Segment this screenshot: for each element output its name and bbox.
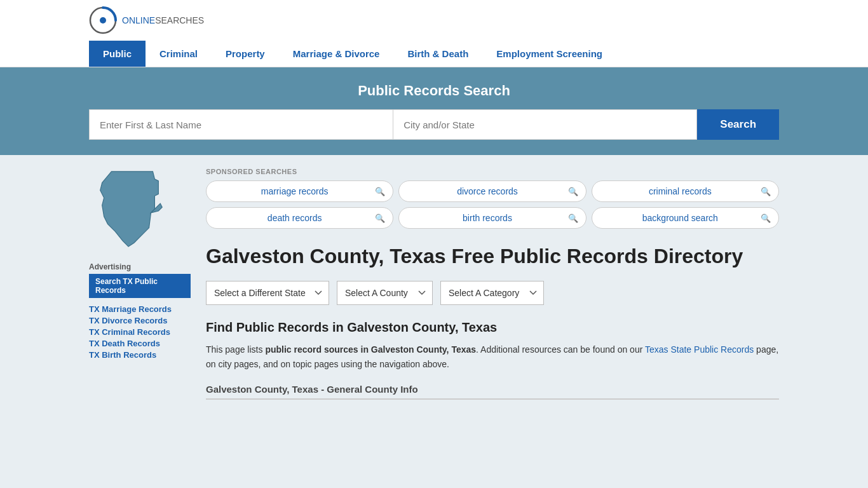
search-icon-divorce: 🔍 [568,187,578,196]
sponsored-item-birth[interactable]: birth records 🔍 [398,207,586,229]
advertising-label: Advertising [89,262,191,271]
search-icon-death: 🔍 [375,214,385,223]
logo-searches: SEARCHES [155,15,204,25]
sponsored-item-divorce[interactable]: divorce records 🔍 [398,180,586,202]
county-info-header: Galveston County, Texas - General County… [206,384,779,400]
sponsored-item-criminal[interactable]: criminal records 🔍 [592,180,779,202]
texas-map-icon [89,168,172,250]
nav-marriage-divorce[interactable]: Marriage & Divorce [279,41,394,67]
main-content: Advertising Search TX Public Records TX … [0,168,868,400]
logo-icon [89,6,117,34]
sponsored-item-marriage[interactable]: marriage records 🔍 [206,180,393,202]
name-input[interactable] [89,109,393,140]
find-description: This page lists public record sources in… [206,342,779,371]
sponsored-grid: marriage records 🔍 divorce records 🔍 cri… [206,180,779,229]
sidebar-link-birth[interactable]: TX Birth Records [89,350,191,360]
find-desc-after: . Additional resources can be found on o… [476,344,645,355]
nav-public[interactable]: Public [89,41,146,67]
content-area: SPONSORED SEARCHES marriage records 🔍 di… [206,168,779,400]
search-banner-title: Public Records Search [89,83,779,99]
search-icon-background: 🔍 [761,214,771,223]
sponsored-item-death[interactable]: death records 🔍 [206,207,393,229]
sponsored-criminal-text: criminal records [600,186,761,196]
search-form: Search [89,109,779,140]
search-icon-marriage: 🔍 [375,187,385,196]
nav-birth-death[interactable]: Birth & Death [393,41,482,67]
logo-text: ONLINESEARCHES [122,15,204,25]
logo-online: ONLINE [122,15,155,25]
sidebar-link-divorce[interactable]: TX Divorce Records [89,316,191,325]
header: ONLINESEARCHES [0,0,868,41]
search-icon-criminal: 🔍 [761,187,771,196]
sponsored-item-background[interactable]: background search 🔍 [592,207,779,229]
sponsored-birth-text: birth records [407,213,567,223]
logo[interactable]: ONLINESEARCHES [89,6,204,34]
sidebar-ad-button[interactable]: Search TX Public Records [89,274,191,298]
sponsored-marriage-text: marriage records [214,186,375,196]
main-nav: Public Criminal Property Marriage & Divo… [0,41,868,67]
sponsored-label: SPONSORED SEARCHES [206,168,779,175]
find-desc-plain: This page lists [206,344,265,355]
find-link[interactable]: Texas State Public Records [645,344,754,355]
nav-property[interactable]: Property [212,41,279,67]
sponsored-divorce-text: divorce records [407,186,567,196]
location-input[interactable] [393,109,697,140]
page-title: Galveston County, Texas Free Public Reco… [206,244,779,268]
find-title: Find Public Records in Galveston County,… [206,320,779,335]
tx-map [89,168,191,252]
dropdown-row: Select a Different State Select A County… [206,281,779,305]
county-dropdown[interactable]: Select A County [337,281,433,305]
category-dropdown[interactable]: Select A Category [440,281,544,305]
nav-employment[interactable]: Employment Screening [482,41,616,67]
sidebar-link-marriage[interactable]: TX Marriage Records [89,304,191,314]
search-button[interactable]: Search [697,109,779,140]
sidebar-link-death[interactable]: TX Death Records [89,339,191,348]
sponsored-death-text: death records [214,213,375,223]
sidebar: Advertising Search TX Public Records TX … [89,168,191,400]
state-dropdown[interactable]: Select a Different State [206,281,329,305]
sponsored-background-text: background search [600,213,761,223]
svg-point-1 [100,17,106,24]
sidebar-link-criminal[interactable]: TX Criminal Records [89,327,191,337]
nav-criminal[interactable]: Criminal [146,41,212,67]
find-desc-bold: public record sources in Galveston Count… [265,344,476,355]
search-icon-birth: 🔍 [568,214,578,223]
search-banner: Public Records Search Search [0,67,868,155]
